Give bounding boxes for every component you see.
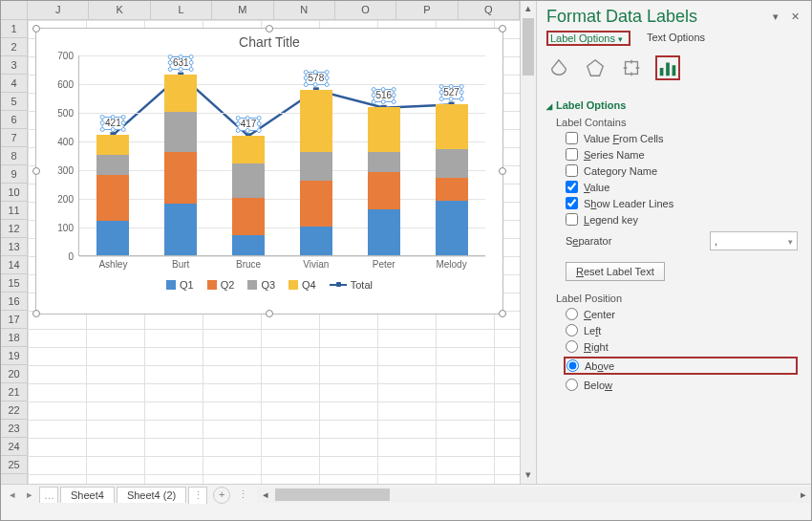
row-headers: 1234567891011121314151617181920212223242… xyxy=(1,20,28,484)
sheet-tab-right-overflow[interactable]: ⋮ xyxy=(188,487,207,504)
svg-rect-7 xyxy=(626,62,638,75)
rad-left[interactable]: Left xyxy=(566,324,798,336)
chart-plot-area[interactable]: 0100200300400500600700AshleyBurtBruceViv… xyxy=(78,55,485,256)
chk-category-name[interactable]: Category Name xyxy=(566,164,798,177)
label-options-icon[interactable] xyxy=(655,55,680,80)
row-header-2[interactable]: 2 xyxy=(1,38,27,56)
column-headers: JKLMNOPQ xyxy=(1,1,520,20)
hscroll-thumb[interactable] xyxy=(275,488,390,501)
data-label-4[interactable]: 516 xyxy=(373,89,395,102)
add-sheet-button[interactable]: + xyxy=(213,487,230,504)
chk-value[interactable]: Value xyxy=(566,181,798,193)
row-header-17[interactable]: 17 xyxy=(1,311,27,329)
row-header-13[interactable]: 13 xyxy=(1,238,27,256)
chk-show-leader-lines[interactable]: Show Leader Lines xyxy=(566,197,798,209)
hscroll-track[interactable] xyxy=(275,487,793,503)
bottom-bar: ◂ ▸ … Sheet4 Sheet4 (2) ⋮ + ⋮ ◂ ▸ xyxy=(1,484,811,520)
row-header-18[interactable]: 18 xyxy=(1,329,27,347)
col-header-J[interactable]: J xyxy=(28,1,89,19)
col-header-Q[interactable]: Q xyxy=(459,1,520,19)
fill-line-icon[interactable] xyxy=(546,55,571,80)
separator-label: Separator xyxy=(566,235,611,247)
col-header-L[interactable]: L xyxy=(151,1,212,19)
col-header-M[interactable]: M xyxy=(212,1,273,19)
row-header-12[interactable]: 12 xyxy=(1,220,27,238)
group-label-contains: Label Contains xyxy=(556,117,798,128)
scroll-down-arrow[interactable]: ▾ xyxy=(521,467,536,484)
row-header-20[interactable]: 20 xyxy=(1,365,27,383)
col-header-P[interactable]: P xyxy=(396,1,458,19)
rad-right[interactable]: Right xyxy=(566,340,798,353)
scroll-thumb[interactable] xyxy=(523,18,534,76)
col-header-K[interactable]: K xyxy=(89,1,150,19)
row-header-23[interactable]: 23 xyxy=(1,420,27,438)
row-header-6[interactable]: 6 xyxy=(1,111,27,129)
embedded-chart[interactable]: Chart Title 0100200300400500600700Ashley… xyxy=(35,28,503,315)
svg-marker-6 xyxy=(588,60,604,76)
cells-grid[interactable]: Chart Title 0100200300400500600700Ashley… xyxy=(28,20,520,484)
chk-value-from-cells[interactable]: Value From Cells xyxy=(566,132,798,144)
sheet-tab-1[interactable]: Sheet4 xyxy=(60,487,115,503)
col-header-O[interactable]: O xyxy=(335,1,396,19)
svg-rect-8 xyxy=(660,68,664,76)
col-header-N[interactable]: N xyxy=(274,1,335,19)
chk-series-name[interactable]: Series Name xyxy=(566,148,798,161)
svg-rect-10 xyxy=(673,65,676,76)
row-header-5[interactable]: 5 xyxy=(1,93,27,111)
data-label-2[interactable]: 417 xyxy=(238,118,260,131)
scroll-up-arrow[interactable]: ▴ xyxy=(521,1,536,17)
data-label-1[interactable]: 631 xyxy=(170,56,192,70)
section-label-options[interactable]: Label Options xyxy=(546,99,798,111)
row-header-15[interactable]: 15 xyxy=(1,274,27,293)
sheet-nav-prev[interactable]: ◂ xyxy=(5,488,20,503)
rad-above[interactable]: Above xyxy=(564,357,798,375)
data-label-5[interactable]: 527 xyxy=(440,86,462,99)
format-data-labels-pane: Format Data Labels ▾ ✕ Label Options Tex… xyxy=(536,1,811,484)
row-header-9[interactable]: 9 xyxy=(1,165,27,184)
effects-icon[interactable] xyxy=(583,55,608,80)
row-header-7[interactable]: 7 xyxy=(1,129,27,147)
reset-label-text-button[interactable]: Reset Label Text xyxy=(566,262,665,281)
row-header-14[interactable]: 14 xyxy=(1,256,27,274)
size-properties-icon[interactable] xyxy=(619,55,644,80)
row-header-4[interactable]: 4 xyxy=(1,75,27,93)
pane-dropdown-icon[interactable]: ▾ xyxy=(769,11,782,24)
row-header-19[interactable]: 19 xyxy=(1,347,27,365)
row-header-8[interactable]: 8 xyxy=(1,147,27,165)
row-header-3[interactable]: 3 xyxy=(1,56,27,75)
data-label-0[interactable]: 421 xyxy=(102,117,124,130)
hscroll-right-arrow[interactable]: ▸ xyxy=(795,488,811,501)
separator-select[interactable]: , xyxy=(710,231,798,250)
group-label-position: Label Position xyxy=(556,293,798,304)
tab-text-options[interactable]: Text Options xyxy=(644,31,708,46)
vertical-scrollbar[interactable]: ▴ ▾ xyxy=(520,1,536,484)
worksheet-area: JKLMNOPQ 1234567891011121314151617181920… xyxy=(1,1,520,484)
row-header-21[interactable]: 21 xyxy=(1,383,27,402)
row-header-1[interactable]: 1 xyxy=(1,20,27,38)
svg-rect-9 xyxy=(666,63,670,76)
sheet-tab-2[interactable]: Sheet4 (2) xyxy=(117,487,186,503)
chk-legend-key[interactable]: Legend key xyxy=(566,213,798,226)
rad-below[interactable]: Below xyxy=(566,379,798,391)
row-header-24[interactable]: 24 xyxy=(1,438,27,456)
chart-legend[interactable]: Q1Q2Q3Q4Total xyxy=(36,279,502,291)
row-header-11[interactable]: 11 xyxy=(1,202,27,220)
row-header-10[interactable]: 10 xyxy=(1,184,27,202)
row-header-25[interactable]: 25 xyxy=(1,456,27,474)
pane-title: Format Data Labels xyxy=(546,7,763,27)
row-header-22[interactable]: 22 xyxy=(1,402,27,420)
row-header-16[interactable]: 16 xyxy=(1,293,27,311)
sheet-tab-left-overflow[interactable]: … xyxy=(39,487,58,503)
hscroll-left-arrow[interactable]: ◂ xyxy=(257,488,273,501)
data-label-3[interactable]: 578 xyxy=(306,72,328,85)
pane-close-icon[interactable]: ✕ xyxy=(788,11,801,24)
tab-label-options[interactable]: Label Options xyxy=(546,31,630,46)
rad-center[interactable]: Center xyxy=(566,308,798,320)
sheet-nav-next[interactable]: ▸ xyxy=(22,488,37,503)
